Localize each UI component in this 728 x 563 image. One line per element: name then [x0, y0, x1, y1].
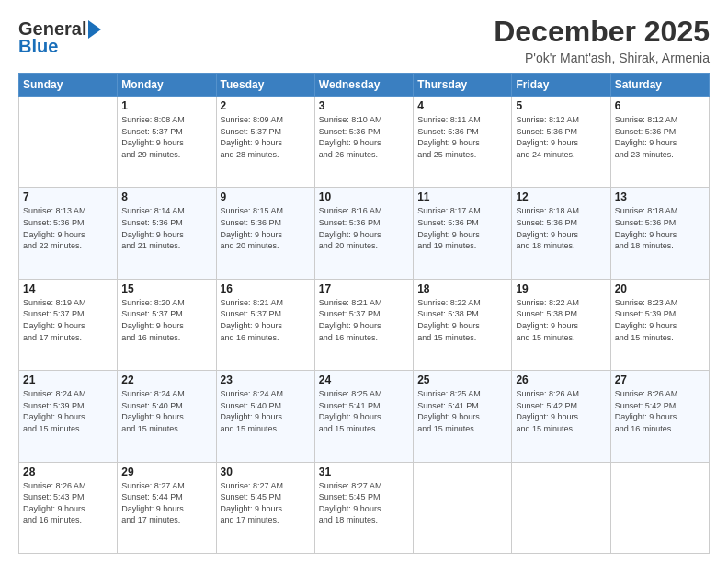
day-number: 19 — [516, 282, 606, 295]
day-info: Sunrise: 8:24 AMSunset: 5:39 PMDaylight:… — [23, 388, 113, 434]
calendar-table: SundayMondayTuesdayWednesdayThursdayFrid… — [18, 73, 710, 554]
header: General Blue December 2025 P'ok'r Mant'a… — [18, 15, 710, 65]
calendar-cell: 7Sunrise: 8:13 AMSunset: 5:36 PMDaylight… — [19, 188, 118, 279]
day-info: Sunrise: 8:26 AMSunset: 5:42 PMDaylight:… — [615, 388, 705, 434]
day-number: 8 — [121, 190, 211, 203]
day-info: Sunrise: 8:12 AMSunset: 5:36 PMDaylight:… — [516, 114, 606, 160]
day-number: 20 — [615, 282, 705, 295]
day-info: Sunrise: 8:08 AMSunset: 5:37 PMDaylight:… — [121, 114, 211, 160]
day-number: 10 — [319, 190, 409, 203]
day-info: Sunrise: 8:12 AMSunset: 5:36 PMDaylight:… — [615, 114, 705, 160]
calendar-cell: 21Sunrise: 8:24 AMSunset: 5:39 PMDayligh… — [19, 371, 118, 462]
day-number: 6 — [615, 99, 705, 112]
day-info: Sunrise: 8:18 AMSunset: 5:36 PMDaylight:… — [516, 205, 606, 251]
day-info: Sunrise: 8:21 AMSunset: 5:37 PMDaylight:… — [319, 297, 409, 343]
calendar-week-row: 1Sunrise: 8:08 AMSunset: 5:37 PMDaylight… — [19, 97, 710, 188]
day-info: Sunrise: 8:27 AMSunset: 5:45 PMDaylight:… — [221, 480, 311, 526]
day-of-week-header: Tuesday — [216, 74, 314, 97]
calendar-week-row: 21Sunrise: 8:24 AMSunset: 5:39 PMDayligh… — [19, 371, 710, 462]
calendar-cell — [19, 97, 118, 188]
calendar-cell: 29Sunrise: 8:27 AMSunset: 5:44 PMDayligh… — [118, 462, 216, 553]
logo-arrow-icon — [88, 20, 101, 39]
calendar-cell: 26Sunrise: 8:26 AMSunset: 5:42 PMDayligh… — [512, 371, 610, 462]
day-number: 15 — [121, 282, 211, 295]
calendar-cell: 9Sunrise: 8:15 AMSunset: 5:36 PMDaylight… — [216, 188, 314, 279]
calendar-cell: 6Sunrise: 8:12 AMSunset: 5:36 PMDaylight… — [610, 97, 709, 188]
subtitle: P'ok'r Mant'ash, Shirak, Armenia — [494, 51, 710, 65]
calendar-cell: 30Sunrise: 8:27 AMSunset: 5:45 PMDayligh… — [216, 462, 314, 553]
day-info: Sunrise: 8:16 AMSunset: 5:36 PMDaylight:… — [319, 205, 409, 251]
calendar-cell: 16Sunrise: 8:21 AMSunset: 5:37 PMDayligh… — [216, 279, 314, 370]
day-number: 12 — [516, 190, 606, 203]
day-number: 22 — [121, 373, 211, 386]
day-of-week-header: Friday — [512, 74, 610, 97]
calendar-cell: 20Sunrise: 8:23 AMSunset: 5:39 PMDayligh… — [610, 279, 709, 370]
calendar-cell: 4Sunrise: 8:11 AMSunset: 5:36 PMDaylight… — [414, 97, 512, 188]
month-title: December 2025 — [494, 15, 710, 49]
calendar-cell: 28Sunrise: 8:26 AMSunset: 5:43 PMDayligh… — [19, 462, 118, 553]
day-number: 28 — [23, 465, 113, 478]
day-info: Sunrise: 8:20 AMSunset: 5:37 PMDaylight:… — [121, 297, 211, 343]
day-info: Sunrise: 8:26 AMSunset: 5:43 PMDaylight:… — [23, 480, 113, 526]
day-info: Sunrise: 8:11 AMSunset: 5:36 PMDaylight:… — [417, 114, 507, 160]
day-info: Sunrise: 8:27 AMSunset: 5:45 PMDaylight:… — [319, 480, 409, 526]
day-info: Sunrise: 8:15 AMSunset: 5:36 PMDaylight:… — [221, 205, 311, 251]
logo: General Blue — [18, 18, 103, 57]
day-info: Sunrise: 8:09 AMSunset: 5:37 PMDaylight:… — [221, 114, 311, 160]
calendar-cell: 15Sunrise: 8:20 AMSunset: 5:37 PMDayligh… — [118, 279, 216, 370]
day-info: Sunrise: 8:18 AMSunset: 5:36 PMDaylight:… — [615, 205, 705, 251]
page: General Blue December 2025 P'ok'r Mant'a… — [0, 0, 728, 563]
day-number: 21 — [23, 373, 113, 386]
day-info: Sunrise: 8:23 AMSunset: 5:39 PMDaylight:… — [615, 297, 705, 343]
day-info: Sunrise: 8:19 AMSunset: 5:37 PMDaylight:… — [23, 297, 113, 343]
calendar-cell: 14Sunrise: 8:19 AMSunset: 5:37 PMDayligh… — [19, 279, 118, 370]
calendar-cell: 25Sunrise: 8:25 AMSunset: 5:41 PMDayligh… — [414, 371, 512, 462]
day-info: Sunrise: 8:22 AMSunset: 5:38 PMDaylight:… — [417, 297, 507, 343]
day-number: 18 — [417, 282, 507, 295]
calendar-cell: 31Sunrise: 8:27 AMSunset: 5:45 PMDayligh… — [314, 462, 413, 553]
day-info: Sunrise: 8:13 AMSunset: 5:36 PMDaylight:… — [23, 205, 113, 251]
title-block: December 2025 P'ok'r Mant'ash, Shirak, A… — [494, 15, 710, 65]
day-info: Sunrise: 8:25 AMSunset: 5:41 PMDaylight:… — [319, 388, 409, 434]
day-info: Sunrise: 8:10 AMSunset: 5:36 PMDaylight:… — [319, 114, 409, 160]
calendar-cell: 12Sunrise: 8:18 AMSunset: 5:36 PMDayligh… — [512, 188, 610, 279]
day-number: 26 — [516, 373, 606, 386]
day-number: 23 — [221, 373, 311, 386]
day-info: Sunrise: 8:21 AMSunset: 5:37 PMDaylight:… — [221, 297, 311, 343]
day-number: 9 — [221, 190, 311, 203]
day-number: 24 — [319, 373, 409, 386]
day-info: Sunrise: 8:27 AMSunset: 5:44 PMDaylight:… — [121, 480, 211, 526]
day-number: 16 — [221, 282, 311, 295]
day-number: 30 — [221, 465, 311, 478]
day-info: Sunrise: 8:24 AMSunset: 5:40 PMDaylight:… — [121, 388, 211, 434]
calendar-cell: 13Sunrise: 8:18 AMSunset: 5:36 PMDayligh… — [610, 188, 709, 279]
day-number: 11 — [417, 190, 507, 203]
day-of-week-header: Sunday — [19, 74, 118, 97]
calendar-cell: 19Sunrise: 8:22 AMSunset: 5:38 PMDayligh… — [512, 279, 610, 370]
calendar-cell: 18Sunrise: 8:22 AMSunset: 5:38 PMDayligh… — [414, 279, 512, 370]
day-number: 29 — [121, 465, 211, 478]
calendar-cell: 11Sunrise: 8:17 AMSunset: 5:36 PMDayligh… — [414, 188, 512, 279]
day-number: 17 — [319, 282, 409, 295]
calendar-cell: 8Sunrise: 8:14 AMSunset: 5:36 PMDaylight… — [118, 188, 216, 279]
calendar-cell: 2Sunrise: 8:09 AMSunset: 5:37 PMDaylight… — [216, 97, 314, 188]
calendar-cell: 10Sunrise: 8:16 AMSunset: 5:36 PMDayligh… — [314, 188, 413, 279]
calendar-cell: 23Sunrise: 8:24 AMSunset: 5:40 PMDayligh… — [216, 371, 314, 462]
calendar-cell — [610, 462, 709, 553]
day-number: 1 — [121, 99, 211, 112]
day-number: 4 — [417, 99, 507, 112]
calendar-week-row: 7Sunrise: 8:13 AMSunset: 5:36 PMDaylight… — [19, 188, 710, 279]
day-info: Sunrise: 8:26 AMSunset: 5:42 PMDaylight:… — [516, 388, 606, 434]
logo-blue: Blue — [18, 36, 58, 57]
day-info: Sunrise: 8:14 AMSunset: 5:36 PMDaylight:… — [121, 205, 211, 251]
day-number: 25 — [417, 373, 507, 386]
calendar-cell — [414, 462, 512, 553]
day-of-week-header: Thursday — [414, 74, 512, 97]
day-of-week-header: Saturday — [610, 74, 709, 97]
day-number: 13 — [615, 190, 705, 203]
day-number: 31 — [319, 465, 409, 478]
calendar-week-row: 28Sunrise: 8:26 AMSunset: 5:43 PMDayligh… — [19, 462, 710, 553]
calendar-cell: 3Sunrise: 8:10 AMSunset: 5:36 PMDaylight… — [314, 97, 413, 188]
calendar-week-row: 14Sunrise: 8:19 AMSunset: 5:37 PMDayligh… — [19, 279, 710, 370]
calendar-cell: 17Sunrise: 8:21 AMSunset: 5:37 PMDayligh… — [314, 279, 413, 370]
